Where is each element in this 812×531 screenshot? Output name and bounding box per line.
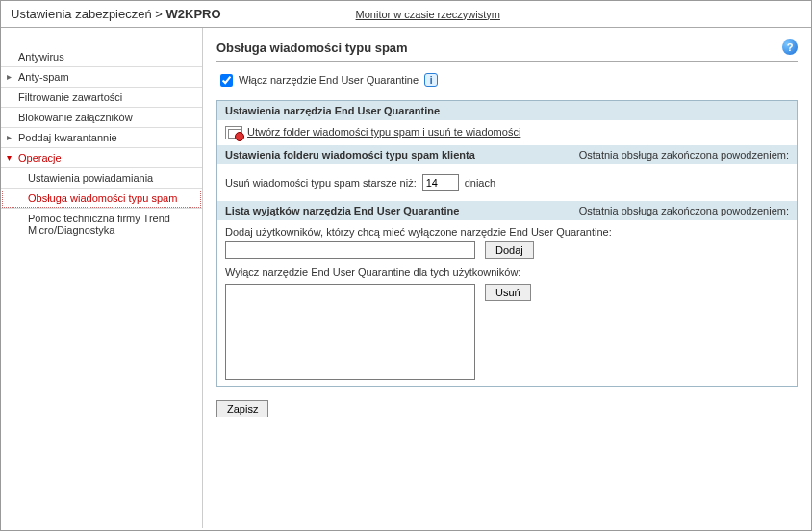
page-title: Obsługa wiadomości typu spam — [216, 40, 408, 55]
enable-euq-label: Włącz narzędzie End User Quarantine — [239, 74, 419, 86]
exclude-users-label: Wyłącz narzędzie End User Quarantine dla… — [225, 266, 789, 278]
create-spam-folder-link[interactable]: Utwórz folder wiadomości typu spam i usu… — [247, 126, 520, 138]
exceptions-status: Ostatnia obsługa zakończona powodzeniem: — [579, 205, 789, 216]
enable-euq-checkbox[interactable] — [220, 74, 233, 87]
sidebar-item-antispam[interactable]: Anty-spam — [1, 67, 202, 88]
breadcrumb: Ustawienia zabezpieczeń > W2KPRO — [11, 7, 221, 21]
exceptions-header: Lista wyjątków narzędzia End User Quaran… — [225, 205, 459, 216]
remove-button[interactable]: Usuń — [485, 284, 531, 301]
delete-older-input[interactable] — [422, 174, 459, 191]
help-icon[interactable]: ? — [782, 39, 798, 55]
euq-settings-header: Ustawienia narzędzia End User Quarantine — [225, 105, 440, 116]
sidebar-item-operations[interactable]: Operacje — [1, 148, 202, 168]
sidebar-item-notification-settings[interactable]: Ustawienia powiadamiania — [1, 168, 202, 189]
info-icon[interactable]: i — [424, 73, 438, 87]
sidebar-item-content-filter[interactable]: Filtrowanie zawartości — [1, 88, 202, 108]
add-users-label: Dodaj użytkowników, którzy chcą mieć wył… — [225, 226, 789, 238]
sidebar-item-quarantine[interactable]: Poddaj kwarantannie — [1, 128, 202, 148]
add-button[interactable]: Dodaj — [485, 241, 534, 259]
sidebar: Antywirus Anty-spam Filtrowanie zawartoś… — [1, 28, 203, 528]
sidebar-item-antivirus[interactable]: Antywirus — [1, 47, 202, 67]
exclude-users-list[interactable] — [225, 284, 475, 380]
mail-delete-icon — [225, 126, 242, 139]
folder-settings-status: Ostatnia obsługa zakończona powodzeniem: — [579, 149, 789, 161]
delete-older-label: Usuń wiadomości typu spam starsze niż: — [225, 177, 417, 189]
save-button[interactable]: Zapisz — [216, 400, 268, 417]
add-user-input[interactable] — [225, 241, 475, 259]
delete-older-unit: dniach — [465, 177, 495, 189]
folder-settings-header: Ustawienia folderu wiadomości typu spam … — [225, 149, 475, 161]
sidebar-item-support-diagnostics[interactable]: Pomoc techniczna firmy Trend Micro/Diagn… — [1, 209, 202, 240]
sidebar-item-attachment-block[interactable]: Blokowanie załączników — [1, 108, 202, 128]
sidebar-item-spam-handling[interactable]: Obsługa wiadomości typu spam — [1, 189, 202, 209]
realtime-monitor-link[interactable]: Monitor w czasie rzeczywistym — [356, 9, 500, 20]
